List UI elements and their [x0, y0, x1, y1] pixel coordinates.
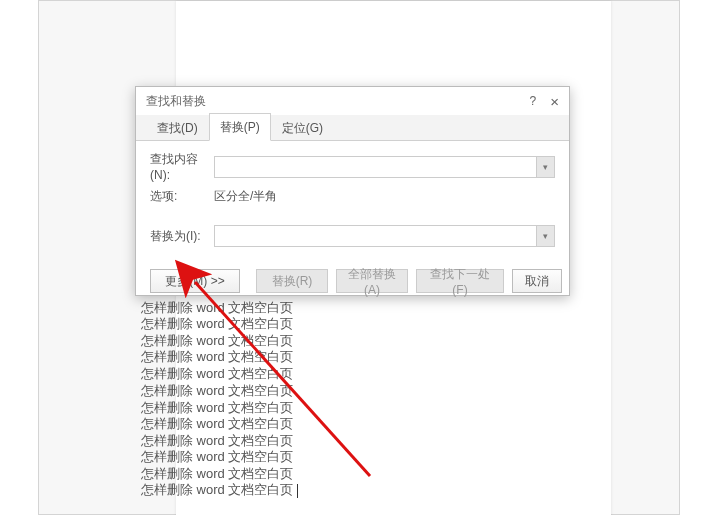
doc-text-line: 怎样删除 word 文档空白页 — [141, 316, 293, 332]
dialog-tabs: 查找(D) 替换(P) 定位(G) — [136, 115, 569, 141]
replace-label: 替换为(I): — [150, 228, 214, 245]
replace-with-combo[interactable]: ▾ — [214, 225, 555, 247]
text-cursor — [297, 484, 298, 498]
tab-replace[interactable]: 替换(P) — [209, 113, 271, 141]
chevron-down-icon[interactable]: ▾ — [536, 157, 554, 177]
dialog-title-bar: 查找和替换 ? × — [136, 87, 569, 115]
tab-find[interactable]: 查找(D) — [146, 114, 209, 141]
doc-text-line: 怎样删除 word 文档空白页 — [141, 400, 293, 416]
doc-text-line: 怎样删除 word 文档空白页 — [141, 383, 293, 399]
dialog-body: 查找内容(N): ▾ 选项: 区分全/半角 替换为(I): ▾ — [136, 141, 569, 259]
dialog-button-row: 更多(M) >> 替换(R) 全部替换(A) 查找下一处(F) 取消 — [136, 259, 569, 305]
doc-text-line: 怎样删除 word 文档空白页 — [141, 433, 293, 449]
doc-text-line: 怎样删除 word 文档空白页 — [141, 482, 298, 498]
doc-text-line: 怎样删除 word 文档空白页 — [141, 449, 293, 465]
find-content-combo[interactable]: ▾ — [214, 156, 555, 178]
find-label: 查找内容(N): — [150, 151, 214, 182]
replace-with-input[interactable] — [215, 226, 536, 246]
replace-button[interactable]: 替换(R) — [256, 269, 328, 293]
doc-text-line: 怎样删除 word 文档空白页 — [141, 416, 293, 432]
find-replace-dialog: 查找和替换 ? × 查找(D) 替换(P) 定位(G) 查找内容(N): ▾ 选… — [135, 86, 570, 296]
more-button[interactable]: 更多(M) >> — [150, 269, 240, 293]
cancel-button[interactable]: 取消 — [512, 269, 562, 293]
doc-text-line: 怎样删除 word 文档空白页 — [141, 349, 293, 365]
help-button[interactable]: ? — [530, 94, 537, 108]
doc-text-line: 怎样删除 word 文档空白页 — [141, 466, 293, 482]
dialog-title: 查找和替换 — [146, 93, 206, 110]
tab-goto[interactable]: 定位(G) — [271, 114, 334, 141]
options-value: 区分全/半角 — [214, 188, 555, 205]
find-content-input[interactable] — [215, 157, 536, 177]
options-label: 选项: — [150, 188, 214, 205]
doc-text-line: 怎样删除 word 文档空白页 — [141, 366, 293, 382]
chevron-down-icon[interactable]: ▾ — [536, 226, 554, 246]
find-next-button[interactable]: 查找下一处(F) — [416, 269, 504, 293]
close-button[interactable]: × — [550, 93, 559, 110]
doc-text-line: 怎样删除 word 文档空白页 — [141, 333, 293, 349]
replace-all-button[interactable]: 全部替换(A) — [336, 269, 408, 293]
